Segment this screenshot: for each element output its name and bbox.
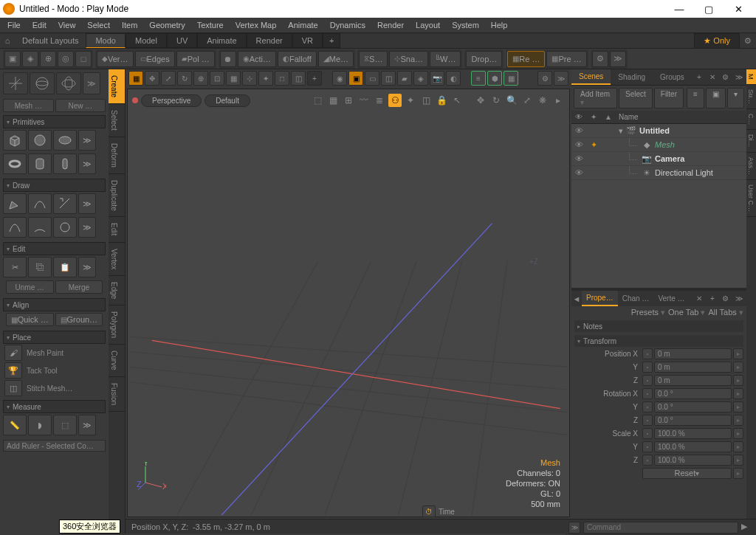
- vp-lasso-icon[interactable]: ◉: [332, 71, 347, 86]
- input-scale-z[interactable]: 100.0 %: [654, 455, 732, 466]
- cylinder-icon[interactable]: [28, 153, 52, 174]
- vp-layers-icon[interactable]: ≣: [373, 94, 386, 107]
- layout-label[interactable]: Default Layouts: [15, 36, 86, 45]
- vp-tex-icon[interactable]: ▦: [504, 71, 518, 86]
- rst-ass[interactable]: Ass…: [746, 153, 756, 180]
- vp-more-icon[interactable]: ≫: [554, 71, 568, 86]
- keyframe-icon[interactable]: •: [642, 455, 653, 466]
- alltabs-dropdown[interactable]: All Tabs: [708, 308, 743, 317]
- vp-star-icon[interactable]: ✦: [404, 94, 417, 107]
- stepper-icon[interactable]: ▸: [733, 388, 743, 399]
- rst-di[interactable]: Di…: [746, 130, 756, 153]
- sidetab-vertex[interactable]: Vertex: [109, 243, 125, 276]
- select-items-icon[interactable]: ▣: [4, 51, 21, 67]
- stepper-icon[interactable]: ▸: [733, 348, 743, 359]
- input-rotation-x[interactable]: 0.0 °: [654, 388, 732, 399]
- workplane-button[interactable]: ╚ W…: [430, 51, 461, 67]
- select-pivot-icon[interactable]: ⊕: [40, 51, 56, 67]
- vp-rotate-icon[interactable]: ↻: [177, 71, 192, 86]
- vp-fit-icon[interactable]: ⊡: [210, 71, 224, 86]
- ground-button[interactable]: ▤ Groun…: [55, 313, 103, 326]
- menu-render[interactable]: Render: [371, 18, 410, 32]
- rst-m[interactable]: M: [746, 69, 756, 85]
- rst-user[interactable]: User C…: [746, 180, 756, 217]
- section-primitives[interactable]: Primitives: [3, 115, 106, 128]
- arc-icon[interactable]: [28, 217, 52, 238]
- section-place[interactable]: Place: [3, 331, 106, 344]
- stepper-icon[interactable]: ▸: [733, 401, 743, 413]
- tree-menu-icon[interactable]: ▾: [727, 88, 744, 108]
- menu-layout[interactable]: Layout: [410, 18, 446, 32]
- tab-vertex-maps[interactable]: Verte …: [653, 291, 689, 306]
- stepper-icon[interactable]: ▸: [733, 415, 743, 426]
- keyframe-icon[interactable]: •: [642, 348, 653, 359]
- vp-shading-dropdown[interactable]: Default: [205, 94, 250, 107]
- menu-dynamics[interactable]: Dynamics: [324, 18, 371, 32]
- name-column[interactable]: Name: [616, 113, 746, 121]
- vp-record-icon[interactable]: [132, 97, 138, 103]
- tab-scenes[interactable]: Scenes: [571, 69, 611, 85]
- cmd-expand-icon[interactable]: ≫: [568, 522, 580, 534]
- tab-vr[interactable]: VR: [292, 33, 323, 48]
- menu-help[interactable]: Help: [485, 18, 514, 32]
- tree-collapse-icon[interactable]: ▣: [706, 88, 726, 108]
- input-rotation-y[interactable]: 0.0 °: [654, 401, 732, 413]
- section-align[interactable]: Align: [3, 298, 106, 311]
- vp-select-icon[interactable]: ▭: [365, 71, 379, 86]
- menu-vertex-map[interactable]: Vertex Map: [230, 18, 283, 32]
- keyframe-icon[interactable]: •: [642, 375, 653, 386]
- more-primitives-1-icon[interactable]: ≫: [78, 130, 96, 151]
- menu-animate[interactable]: Animate: [282, 18, 323, 32]
- add-item-dropdown[interactable]: Add Item: [574, 88, 617, 108]
- bezier-icon[interactable]: [3, 217, 27, 238]
- vertices-button[interactable]: ◆ Ver…: [97, 51, 134, 67]
- vp-nav-move-icon[interactable]: ✥: [474, 94, 487, 107]
- symmetry-button[interactable]: ⧖ S…: [359, 51, 388, 67]
- vp-ortho-icon[interactable]: □: [275, 71, 289, 86]
- drop-button[interactable]: Drop…: [466, 51, 502, 67]
- rst-c[interactable]: C…: [746, 109, 756, 131]
- vp-light-icon[interactable]: ◐: [446, 71, 461, 86]
- vp-cursor-icon[interactable]: ↖: [450, 94, 464, 107]
- play-icon[interactable]: ▶: [741, 522, 753, 534]
- more-draw-1-icon[interactable]: ≫: [78, 193, 96, 214]
- sidetab-deform[interactable]: Deform: [109, 137, 125, 174]
- vp-view-dropdown[interactable]: Perspective: [141, 94, 202, 107]
- tab-uv[interactable]: UV: [167, 33, 197, 48]
- cube-icon[interactable]: [3, 130, 27, 151]
- record-icon[interactable]: ⏺: [220, 51, 236, 67]
- tab-render[interactable]: Render: [247, 33, 292, 48]
- tack-tool-item[interactable]: 🏆Tack Tool: [3, 362, 106, 379]
- input-position-x[interactable]: 0 m: [654, 348, 732, 359]
- vp-wire-icon[interactable]: ≡: [471, 71, 486, 86]
- vp-ghost-icon[interactable]: ⬚: [311, 94, 324, 107]
- merge-button[interactable]: Merge: [55, 280, 103, 294]
- keyframe-icon[interactable]: •: [642, 415, 653, 426]
- vp-grid-icon[interactable]: ▦: [226, 71, 241, 86]
- menu-view[interactable]: View: [52, 18, 82, 32]
- tree-camera[interactable]: Camera: [655, 154, 684, 163]
- circle-draw-icon[interactable]: [53, 217, 77, 238]
- viewport[interactable]: Perspective Default ⬚ ▦ ⊞ 〰 ≣ ⚇ ✦ ◫ 🔒 ↖ …: [127, 89, 570, 517]
- more-draw-2-icon[interactable]: ≫: [78, 217, 96, 238]
- tab-modo[interactable]: Modo: [86, 33, 126, 48]
- menu-select[interactable]: Select: [81, 18, 116, 32]
- vp-add-icon[interactable]: +: [307, 71, 322, 86]
- rst-su[interactable]: Su…: [746, 85, 756, 109]
- input-position-y[interactable]: 0 m: [654, 362, 732, 373]
- tab-properties[interactable]: Prope…: [582, 291, 618, 306]
- sidetab-polygon[interactable]: Polygon: [109, 306, 125, 345]
- more-edit-icon[interactable]: ≫: [78, 257, 96, 277]
- dimension-icon[interactable]: ⬚: [53, 415, 77, 435]
- vp-persp-icon[interactable]: ◫: [291, 71, 306, 86]
- mesh-dropdown[interactable]: Mesh …: [3, 99, 54, 112]
- vp-mat-icon[interactable]: ◈: [413, 71, 428, 86]
- onetab-dropdown[interactable]: One Tab: [668, 308, 705, 317]
- action-button[interactable]: ◉ Acti…: [238, 51, 276, 67]
- tab-only[interactable]: ★ Only: [694, 33, 740, 49]
- scenes-x-icon[interactable]: ✕: [707, 72, 718, 83]
- vp-nav-menu-icon[interactable]: ▸: [551, 94, 565, 107]
- falloff-button[interactable]: ◐ Falloff: [278, 51, 317, 67]
- prop-add-icon[interactable]: +: [707, 293, 718, 305]
- protractor-icon[interactable]: ◗: [28, 415, 52, 435]
